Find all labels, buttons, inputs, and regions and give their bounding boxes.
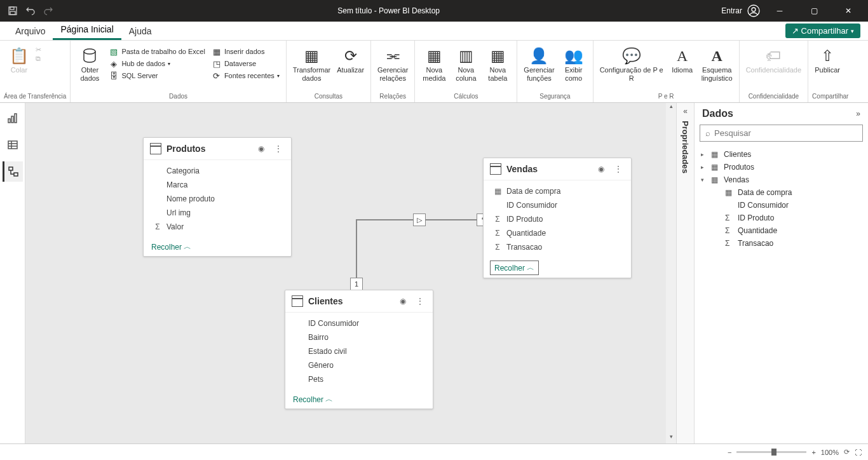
field-item[interactable]: Bairro <box>285 330 433 344</box>
field-item[interactable]: Estado civil <box>285 344 433 358</box>
refresh-button[interactable]: ⟳Atualizar <box>334 44 367 76</box>
node-type-icon: ▦ <box>711 175 721 184</box>
view-rail <box>0 103 25 443</box>
group-data: Dados <box>74 93 281 101</box>
field-item[interactable]: ΣTransacao <box>484 240 631 254</box>
node-type-icon: ▦ <box>711 163 721 172</box>
user-icon[interactable] <box>747 4 760 17</box>
qa-setup-button[interactable]: 💬Configuração de P e R <box>597 44 666 84</box>
field-item[interactable]: Gênero <box>285 358 433 372</box>
field-label: Estado civil <box>308 347 347 356</box>
tab-help[interactable]: Ajuda <box>121 22 159 40</box>
save-icon[interactable] <box>5 3 20 18</box>
getdata-button[interactable]: Obter dados <box>74 44 105 84</box>
tree-field-node[interactable]: ΣTransacao <box>695 237 868 250</box>
undo-icon[interactable] <box>23 3 38 18</box>
node-label: ID Produto <box>738 213 774 222</box>
tree-field-node[interactable]: ID Consumidor <box>695 199 868 212</box>
new-table-button[interactable]: ▦Nova tabela <box>482 44 513 84</box>
maximize-button[interactable]: ▢ <box>799 0 829 22</box>
field-item[interactable]: ΣQuantidade <box>484 226 631 240</box>
table-card-clientes[interactable]: Clientes ◉ ⋮ ID ConsumidorBairroEstado c… <box>285 290 433 409</box>
field-item[interactable]: ID Consumidor <box>285 316 433 330</box>
viewas-button[interactable]: 👥Exibir como <box>559 44 589 84</box>
search-input[interactable]: ⌕ Pesquisar <box>700 125 863 142</box>
field-item[interactable]: ΣID Produto <box>484 212 631 226</box>
copy-icon[interactable]: ⧉ <box>36 55 41 63</box>
roles-icon: 👤 <box>529 46 549 66</box>
tree-table-node[interactable]: ▸▦Produtos <box>695 161 868 173</box>
node-type-icon: Σ <box>725 239 735 248</box>
excel-button[interactable]: ▧Pasta de trabalho do Excel <box>106 46 207 57</box>
properties-panel-collapsed[interactable]: « Propriedades <box>676 103 694 443</box>
recentsources-button[interactable]: ⟳Fontes recentes ▾ <box>209 70 282 81</box>
table-icon <box>490 163 501 175</box>
collapse-link[interactable]: Recolher ︿ <box>490 260 539 275</box>
tree-field-node[interactable]: ΣID Produto <box>695 212 868 224</box>
field-item[interactable]: ID Consumidor <box>484 198 631 212</box>
field-item[interactable]: ΣValor <box>144 220 291 234</box>
tree-table-node[interactable]: ▾▦Vendas <box>695 173 868 186</box>
zoom-in-button[interactable]: + <box>811 449 815 456</box>
expand-icon[interactable]: « <box>683 107 688 116</box>
more-icon[interactable]: ⋮ <box>612 165 625 173</box>
enterdata-button[interactable]: ▦Inserir dados <box>209 46 282 57</box>
collapse-link[interactable]: Recolher ︿ <box>285 390 341 409</box>
table-card-produtos[interactable]: Produtos ◉ ⋮ CategoriaMarcaNome produtoU… <box>143 137 292 257</box>
field-item[interactable]: ▦Data de compra <box>484 184 631 198</box>
tree-field-node[interactable]: ▦Data de compra <box>695 186 868 199</box>
visibility-icon[interactable]: ◉ <box>397 297 409 306</box>
ribbon-tabs: Arquivo Página Inicial Ajuda ↗Compartilh… <box>0 22 868 41</box>
svg-point-5 <box>84 49 95 54</box>
signin-link[interactable]: Entrar <box>721 6 742 15</box>
dataverse-button[interactable]: ◳Dataverse <box>209 58 282 69</box>
tree-table-node[interactable]: ▸▦Clientes <box>695 148 868 161</box>
language-button[interactable]: AIdioma <box>667 44 698 76</box>
manage-relations-button[interactable]: ⫘Gerenciar relações <box>375 44 410 84</box>
field-item[interactable]: Marca <box>144 178 291 192</box>
model-view-button[interactable] <box>3 161 23 182</box>
manage-roles-button[interactable]: 👤Gerenciar funções <box>521 44 557 84</box>
close-button[interactable]: ✕ <box>834 0 863 22</box>
new-measure-button[interactable]: ▦Nova medida <box>419 44 449 84</box>
share-button[interactable]: ↗Compartilhar▾ <box>785 24 860 38</box>
group-share: Compartilhar <box>812 93 848 101</box>
collapse-icon[interactable]: » <box>856 109 860 118</box>
tree-field-node[interactable]: ΣQuantidade <box>695 224 868 237</box>
minimize-button[interactable]: ─ <box>765 0 794 22</box>
sqlserver-button[interactable]: 🗄SQL Server <box>106 70 207 81</box>
data-view-button[interactable] <box>3 135 23 155</box>
linguistic-schema-button[interactable]: AEsquema linguístico <box>699 44 735 84</box>
datahub-button[interactable]: ◈Hub de dados ▾ <box>106 58 207 69</box>
rel-arrow-icon[interactable]: ▷ <box>413 213 426 226</box>
chevron-up-icon: ︿ <box>184 241 191 252</box>
tab-home[interactable]: Página Inicial <box>53 20 121 40</box>
more-icon[interactable]: ⋮ <box>272 144 285 153</box>
fit-button[interactable]: ⛶ <box>855 449 862 456</box>
fit-to-page-button[interactable]: ⟳ <box>844 448 850 456</box>
table-card-vendas[interactable]: Vendas ◉ ⋮ ▦Data de compraID ConsumidorΣ… <box>483 158 632 278</box>
more-icon[interactable]: ⋮ <box>414 297 426 306</box>
field-item[interactable]: Categoria <box>144 164 291 178</box>
field-type-icon: Σ <box>492 243 503 252</box>
report-view-button[interactable] <box>3 108 23 128</box>
zoom-out-button[interactable]: − <box>728 449 731 456</box>
zoom-slider[interactable] <box>736 451 806 453</box>
field-item[interactable]: Url img <box>144 206 291 220</box>
new-column-button[interactable]: ▥Nova coluna <box>451 44 481 84</box>
field-item[interactable]: Pets <box>285 372 433 386</box>
field-label: Gênero <box>308 361 334 370</box>
redo-icon[interactable] <box>41 3 56 18</box>
visibility-icon[interactable]: ◉ <box>595 165 607 173</box>
scrollbar-vertical[interactable]: ▴▾ <box>666 103 676 443</box>
tab-file[interactable]: Arquivo <box>8 22 53 40</box>
model-canvas[interactable]: ▷ * 1 Produtos ◉ ⋮ CategoriaMarcaNome pr… <box>25 103 676 443</box>
cut-icon[interactable]: ✂ <box>36 46 41 54</box>
publish-button[interactable]: ⇧Publicar <box>812 44 843 76</box>
visibility-icon[interactable]: ◉ <box>255 144 267 153</box>
twisty-icon: ▾ <box>701 177 709 183</box>
svg-rect-7 <box>11 116 13 123</box>
transformdata-button[interactable]: ▦Transformar dados <box>290 44 334 84</box>
field-item[interactable]: Nome produto <box>144 192 291 206</box>
collapse-link[interactable]: Recolher ︿ <box>144 238 199 256</box>
